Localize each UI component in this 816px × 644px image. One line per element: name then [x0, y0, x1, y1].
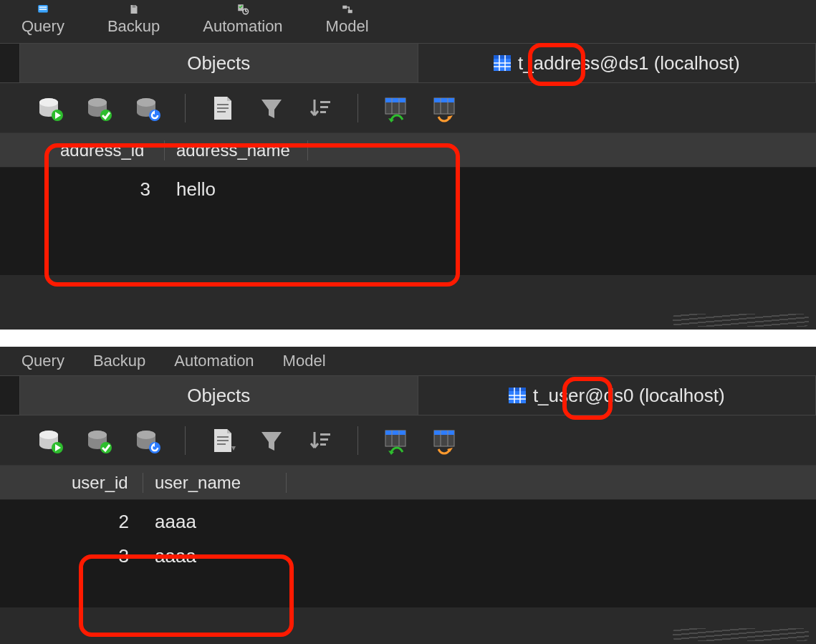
db-run-button[interactable] — [34, 425, 66, 456]
svg-rect-27 — [217, 104, 229, 105]
svg-rect-29 — [217, 111, 226, 112]
menu-automation-label: Automation — [203, 17, 282, 36]
svg-rect-32 — [320, 106, 328, 108]
table-row[interactable]: 2 aaaa — [0, 504, 816, 539]
db-run-button[interactable] — [34, 92, 66, 124]
cell-user-id[interactable]: 2 — [0, 511, 143, 533]
menu-backup-label: Backup — [107, 17, 160, 36]
filter-button[interactable] — [256, 92, 287, 124]
svg-point-55 — [88, 431, 107, 439]
tab-table[interactable]: t_address@ds1 (localhost) — [418, 44, 817, 82]
query-icon — [37, 1, 49, 14]
db-rollback-button[interactable] — [132, 425, 163, 456]
svg-rect-28 — [217, 107, 229, 109]
column-address-name[interactable]: address_name — [165, 140, 308, 160]
svg-marker-30 — [261, 100, 282, 118]
column-user-id[interactable]: user_id — [0, 473, 143, 493]
sort-button[interactable] — [304, 425, 336, 456]
toolbar-separator — [185, 94, 186, 122]
main-menu: Query Backup Automation — [0, 0, 816, 43]
svg-rect-33 — [320, 111, 326, 113]
svg-rect-31 — [320, 101, 330, 103]
table-row[interactable]: 3 aaaa — [0, 539, 816, 573]
toolbar-separator — [185, 426, 186, 455]
menu-query-label: Query — [21, 17, 64, 36]
menu-query[interactable]: Query — [21, 1, 64, 36]
grid-header: user_id user_name — [0, 466, 816, 500]
svg-marker-64 — [231, 446, 236, 451]
menu-automation[interactable]: Automation — [203, 1, 282, 36]
svg-rect-11 — [494, 55, 511, 59]
backup-icon — [128, 1, 140, 14]
tab-table-label: t_user@ds0 (localhost) — [533, 385, 725, 407]
svg-rect-67 — [320, 438, 328, 441]
svg-rect-70 — [385, 431, 405, 435]
table-icon — [494, 55, 511, 71]
svg-point-24 — [137, 98, 155, 107]
table-icon — [509, 388, 526, 403]
svg-point-58 — [137, 431, 155, 439]
tabs-row: Objects t_address@ds1 (localhost) — [0, 43, 816, 83]
tab-objects[interactable]: Objects — [20, 376, 418, 415]
menu-model[interactable]: Model — [326, 1, 369, 36]
svg-rect-45 — [509, 388, 526, 391]
menu-backup-label: Backup — [93, 352, 145, 370]
panel-ds0: Query Backup Automation Model Objects t_… — [0, 347, 816, 644]
svg-rect-35 — [385, 98, 405, 102]
menu-model-label: Model — [283, 352, 326, 370]
text-view-button[interactable] — [207, 92, 239, 124]
menu-automation[interactable]: Automation — [174, 352, 254, 370]
tab-table-label: t_address@ds1 (localhost) — [518, 52, 740, 75]
cell-address-name[interactable]: hello — [165, 178, 216, 201]
svg-rect-75 — [434, 431, 454, 435]
left-gutter — [0, 44, 20, 82]
toolbar-separator — [357, 94, 358, 122]
cell-user-name[interactable]: aaaa — [143, 545, 196, 567]
svg-point-22 — [100, 110, 112, 121]
db-commit-button[interactable] — [83, 425, 115, 456]
toolbar — [0, 415, 816, 466]
tab-objects[interactable]: Objects — [20, 44, 418, 82]
column-user-name[interactable]: user_name — [143, 473, 287, 493]
menu-backup[interactable]: Backup — [107, 1, 160, 36]
data-area: 2 aaaa 3 aaaa — [0, 500, 816, 607]
menu-model[interactable]: Model — [283, 352, 326, 370]
export-button[interactable] — [428, 425, 460, 456]
tab-objects-label: Objects — [187, 52, 250, 75]
svg-rect-62 — [217, 440, 229, 441]
svg-marker-65 — [261, 432, 282, 451]
menu-model-label: Model — [326, 17, 369, 36]
svg-rect-63 — [217, 443, 226, 445]
toolbar — [0, 83, 816, 133]
menu-query-label: Query — [21, 352, 64, 370]
svg-rect-2 — [39, 9, 47, 10]
import-button[interactable] — [380, 92, 411, 124]
cell-user-id[interactable]: 3 — [0, 545, 143, 567]
svg-point-17 — [39, 98, 58, 107]
menu-backup[interactable]: Backup — [93, 352, 145, 370]
db-commit-button[interactable] — [83, 92, 115, 124]
toolbar-separator — [357, 426, 358, 455]
tabs-row: Objects t_user@ds0 (localhost) — [0, 375, 816, 415]
model-icon — [341, 1, 354, 14]
text-view-button[interactable] — [207, 425, 239, 456]
watermark — [673, 314, 809, 327]
watermark — [673, 628, 809, 641]
tab-table[interactable]: t_user@ds0 (localhost) — [418, 376, 817, 415]
svg-point-21 — [88, 98, 107, 107]
menu-query[interactable]: Query — [21, 352, 64, 370]
panel-ds1: Query Backup Automation — [0, 0, 816, 330]
filter-button[interactable] — [256, 425, 287, 456]
export-button[interactable] — [428, 92, 460, 124]
tab-objects-label: Objects — [187, 385, 250, 407]
cell-user-name[interactable]: aaaa — [143, 511, 196, 533]
data-area: 3 hello — [0, 168, 816, 275]
svg-rect-1 — [39, 6, 47, 8]
sort-button[interactable] — [304, 92, 336, 124]
svg-rect-3 — [132, 5, 135, 8]
db-rollback-button[interactable] — [132, 92, 163, 124]
table-row[interactable]: 3 hello — [0, 172, 816, 206]
cell-address-id[interactable]: 3 — [0, 178, 165, 201]
column-address-id[interactable]: address_id — [0, 140, 165, 160]
import-button[interactable] — [380, 425, 411, 456]
